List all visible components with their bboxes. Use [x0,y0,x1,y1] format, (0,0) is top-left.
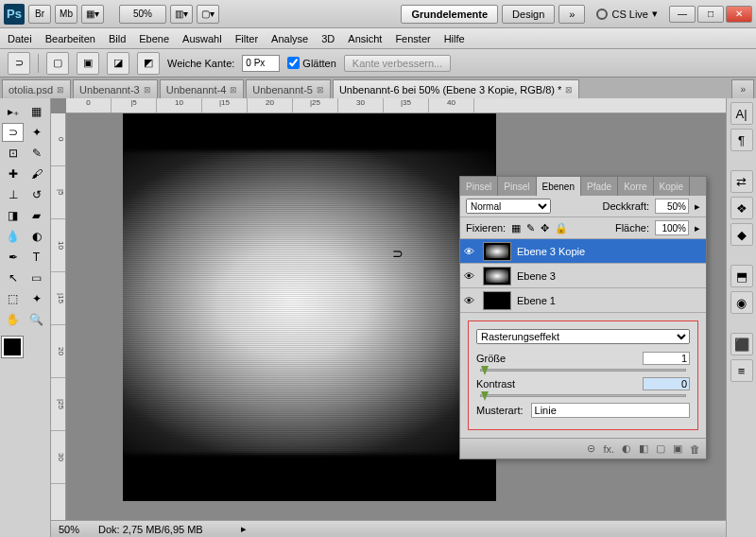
panel-tab-kopie[interactable]: Kopie [654,177,691,196]
selection-intersect[interactable]: ◩ [137,52,160,75]
color-swatches[interactable] [2,337,40,371]
contrast-input[interactable] [643,377,690,390]
close-icon[interactable]: ⊠ [57,85,64,95]
menu-filter[interactable]: Filter [235,33,258,44]
contrast-slider[interactable] [480,394,686,397]
dock-icon[interactable]: ¶ [730,129,753,151]
layer-row[interactable]: 👁Ebene 3 [460,264,706,288]
lock-pixels-icon[interactable]: ✎ [526,222,535,234]
menu-datei[interactable]: Datei [8,33,32,44]
dodge-tool[interactable]: ◐ [26,227,47,246]
lasso-tool[interactable]: ⊃ [2,123,24,142]
layer-thumbnail[interactable] [483,242,511,261]
gradient-tool[interactable]: ▰ [26,206,47,225]
layer-thumbnail[interactable] [483,291,511,310]
dock-icon[interactable]: A| [730,102,753,125]
close-icon[interactable]: ⊠ [144,85,151,95]
anti-alias-checkbox[interactable]: Glätten [287,57,335,69]
refine-edge-button[interactable]: Kante verbessern... [344,55,451,72]
close-icon[interactable]: ⊠ [230,85,237,95]
fill-input[interactable] [655,220,689,235]
dock-icon[interactable]: ◉ [730,291,753,314]
screen-mode-button[interactable]: ▢▾ [197,5,219,24]
menu-bild[interactable]: Bild [109,33,126,44]
panel-tab-pinsel[interactable]: Pinsel [498,177,536,196]
stamp-tool[interactable]: ⊥ [2,185,24,204]
dock-icon[interactable]: ◆ [730,223,753,246]
bridge-button[interactable]: Br [28,5,51,24]
dock-icon[interactable]: ⬛ [730,333,753,355]
blur-tool[interactable]: 💧 [2,227,24,246]
workspace-grundelemente[interactable]: Grundelemente [401,5,498,24]
menu-analyse[interactable]: Analyse [271,33,308,44]
eyedropper-tool[interactable]: ✎ [26,144,47,163]
visibility-icon[interactable]: 👁 [464,246,477,257]
dock-icon[interactable]: ⇄ [730,170,753,193]
blend-mode-select[interactable]: Normal [466,199,551,214]
status-doc-size[interactable]: Dok: 2,75 MB/6,95 MB [98,524,203,535]
menu-ebene[interactable]: Ebene [139,33,169,44]
zoom-tool[interactable]: 🔍 [26,310,47,329]
size-input[interactable] [643,352,690,365]
arrange-button[interactable]: ▥▾ [170,5,193,24]
view-extras-button[interactable]: ▦▾ [81,5,104,24]
doc-tab[interactable]: Unbenannt-5⊠ [246,79,331,98]
doc-tab[interactable]: Unbenannt-6 bei 50% (Ebene 3 Kopie, RGB/… [333,79,579,98]
panel-tab-korre[interactable]: Korre [618,177,653,196]
menu-fenster[interactable]: Fenster [395,33,430,44]
dock-icon[interactable]: ⬒ [730,265,753,287]
selection-subtract[interactable]: ◪ [107,52,129,75]
status-zoom[interactable]: 50% [59,524,79,535]
panel-tab-pfade[interactable]: Pfade [581,177,618,196]
selection-add[interactable]: ▣ [77,52,99,75]
fg-color-swatch[interactable] [2,337,23,357]
doc-tab[interactable]: otolia.psd⊠ [2,79,71,98]
panel-foot-button[interactable]: fx. [603,443,614,455]
hand-tool[interactable]: ✋ [2,310,24,329]
brush-tool[interactable]: 🖌 [26,165,47,183]
panel-foot-button[interactable]: ▣ [673,442,682,455]
panel-tab-ebenen[interactable]: Ebenen [537,177,581,196]
menu-auswahl[interactable]: Auswahl [182,33,222,44]
window-close[interactable]: ✕ [726,6,752,23]
window-minimize[interactable]: — [669,6,696,23]
doc-tab[interactable]: Unbenannt-4⊠ [160,79,245,98]
dock-icon[interactable]: ≡ [730,359,753,382]
minibridge-button[interactable]: Mb [55,5,77,24]
healing-tool[interactable]: ✚ [2,165,24,183]
window-maximize[interactable]: □ [697,6,724,23]
workspace-more[interactable]: » [558,5,585,24]
3d-camera-tool[interactable]: ✦ [26,289,47,308]
tabs-overflow[interactable]: » [731,79,754,98]
panel-foot-button[interactable]: ◧ [639,442,648,455]
cslive-menu[interactable]: CS Live ▾ [596,8,658,20]
path-select-tool[interactable]: ↖ [2,268,24,287]
document-canvas[interactable]: ⊃ [123,113,496,501]
shape-tool[interactable]: ▭ [26,268,47,287]
size-slider[interactable] [480,369,686,372]
panel-foot-button[interactable]: ◐ [622,442,631,455]
lock-all-icon[interactable]: 🔒 [555,222,568,234]
menu-3d[interactable]: 3D [321,33,335,44]
lock-position-icon[interactable]: ✥ [541,222,549,234]
close-icon[interactable]: ⊠ [565,85,573,95]
menu-ansicht[interactable]: Ansicht [348,33,382,44]
3d-tool[interactable]: ⬚ [2,289,24,308]
panel-foot-button[interactable]: ▢ [656,442,665,455]
layer-row[interactable]: 👁Ebene 1 [460,288,706,313]
history-brush-tool[interactable]: ↺ [26,185,47,204]
panel-foot-button[interactable]: 🗑 [690,443,700,455]
effect-select[interactable]: Rasterungseffekt [476,329,690,344]
crop-tool[interactable]: ⊡ [2,144,24,163]
dock-icon[interactable]: ❖ [730,197,753,219]
move-tool[interactable]: ▸₊ [2,102,24,121]
panel-tab-pinsel[interactable]: Pinsel [460,177,498,196]
eraser-tool[interactable]: ◨ [2,206,24,225]
doc-tab[interactable]: Unbenannt-3⊠ [73,79,158,98]
selection-new[interactable]: ▢ [46,52,69,75]
wand-tool[interactable]: ✦ [26,123,47,142]
tool-preset-lasso[interactable]: ⊃ [8,52,30,75]
menu-bearbeiten[interactable]: Bearbeiten [45,33,95,44]
close-icon[interactable]: ⊠ [317,85,324,95]
visibility-icon[interactable]: 👁 [464,295,477,306]
